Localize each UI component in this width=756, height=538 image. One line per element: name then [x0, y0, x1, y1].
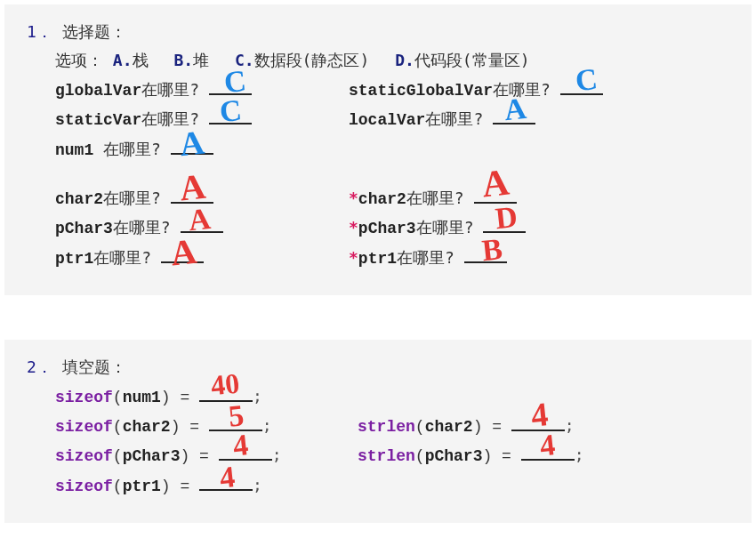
q-row-3: num1 在哪里? A [55, 135, 729, 165]
blank [181, 217, 223, 233]
q-staticvar: staticVar在哪里? C [55, 105, 349, 134]
eq-sizeof-ptr1: sizeof(ptr1) = ; 4 [55, 471, 358, 501]
blank [493, 108, 535, 124]
q-row-6: ptr1在哪里? A *ptr1在哪里? B [55, 244, 729, 273]
q-num1: num1 在哪里? A [55, 135, 349, 165]
eq-row-1: sizeof(num1) = ; 40 [55, 382, 729, 412]
blank [209, 79, 252, 95]
options-row: 选项： A.栈 B.堆 C.数据段(静态区) D.代码段(常量区) [55, 46, 729, 75]
gap [27, 165, 729, 184]
q-row-4: char2在哪里? A *char2在哪里? A [55, 184, 729, 213]
eq-row-2: sizeof(char2) = ; 5 strlen(char2) = ; 4 [55, 412, 729, 441]
q-pchar3: pChar3在哪里? A [55, 213, 349, 243]
blank [560, 79, 603, 95]
question-block-2: 2． 填空题： sizeof(num1) = ; 40 sizeof(char2… [4, 340, 752, 523]
q-staticglobalvar: staticGlobalVar在哪里? C [349, 76, 696, 105]
q-ptr1: ptr1在哪里? A [55, 244, 349, 273]
q-char2: char2在哪里? A [55, 184, 349, 213]
blank [171, 188, 213, 204]
star-icon: * [349, 248, 358, 267]
eq-sizeof-pchar3: sizeof(pChar3) = ; 4 [55, 441, 358, 470]
q-star-pchar3: *pChar3在哪里? D [349, 213, 642, 243]
star-icon: * [349, 218, 358, 237]
eq-sizeof-num1: sizeof(num1) = ; 40 [55, 382, 358, 412]
option-d: D.代码段(常量区) [395, 51, 529, 69]
q2-header: 2． 填空题： [27, 353, 729, 381]
blank [483, 217, 526, 233]
blank [161, 247, 204, 263]
blank [219, 445, 272, 461]
eq-sizeof-char2: sizeof(char2) = ; 5 [55, 412, 358, 441]
eq-row-4: sizeof(ptr1) = ; 4 [55, 471, 729, 501]
blank [209, 108, 252, 124]
q1-title: 选择题： [62, 22, 126, 41]
q-star-char2: *char2在哪里? A [349, 184, 642, 213]
blank [199, 386, 253, 402]
q-globalvar: globalVar在哪里? C [55, 76, 349, 105]
blank [474, 188, 517, 204]
q-row-5: pChar3在哪里? A *pChar3在哪里? D [55, 213, 729, 243]
q2-title: 填空题： [62, 357, 126, 376]
eq-row-3: sizeof(pChar3) = ; 4 strlen(pChar3) = ; … [55, 441, 729, 470]
q1-number: 1． [27, 22, 52, 41]
block-gap [0, 300, 756, 335]
q-row-1: globalVar在哪里? C staticGlobalVar在哪里? C [55, 76, 729, 105]
option-c: C.数据段(静态区) [235, 51, 369, 69]
blank [521, 445, 575, 461]
q2-number: 2． [27, 357, 52, 376]
option-b: B.堆 [173, 51, 209, 69]
blank [209, 415, 262, 431]
option-a: A.栈 [113, 51, 149, 69]
eq-strlen-pchar3: strlen(pChar3) = ; 4 [358, 441, 660, 470]
q-star-ptr1: *ptr1在哪里? B [349, 244, 642, 273]
options-label: 选项： [55, 51, 103, 69]
q-localvar: localVar在哪里? A [349, 105, 642, 134]
blank [171, 139, 213, 155]
blank [511, 415, 565, 431]
star-icon: * [349, 189, 358, 207]
q1-header: 1． 选择题： [27, 18, 729, 46]
q-row-2: staticVar在哪里? C localVar在哪里? A [55, 105, 729, 134]
blank [199, 475, 253, 491]
question-block-1: 1． 选择题： 选项： A.栈 B.堆 C.数据段(静态区) D.代码段(常量区… [4, 4, 752, 295]
eq-strlen-char2: strlen(char2) = ; 4 [358, 412, 660, 441]
blank [464, 247, 507, 263]
